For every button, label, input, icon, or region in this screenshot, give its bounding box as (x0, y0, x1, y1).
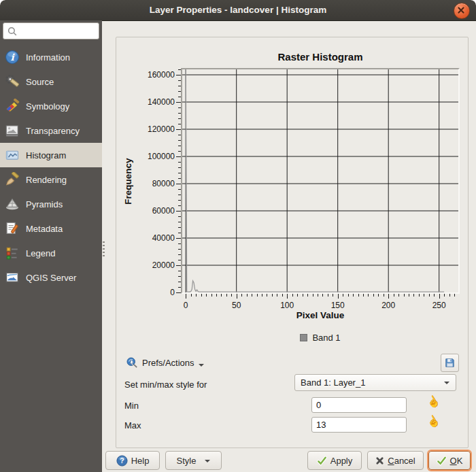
layer-properties-dialog: Layer Properties - landcover | Histogram… (0, 0, 476, 472)
titlebar[interactable]: Layer Properties - landcover | Histogram (0, 0, 476, 21)
chevron-down-icon (199, 364, 204, 367)
max-input[interactable] (311, 417, 407, 433)
band-select[interactable]: Band 1: Layer_1 (294, 374, 456, 391)
chevron-down-icon (444, 382, 449, 384)
help-button[interactable]: ? Help (105, 451, 160, 470)
save-histogram-button[interactable] (441, 354, 459, 372)
sidebar-nav: i Information Source (0, 45, 102, 290)
histogram-series (182, 69, 458, 292)
sidebar-item-source[interactable]: Source (0, 69, 102, 94)
histogram-plot[interactable] (181, 68, 460, 294)
pick-max-icon[interactable]: ☝ (424, 414, 441, 431)
style-button[interactable]: Style (165, 451, 222, 470)
close-button[interactable] (454, 3, 470, 19)
sidebar-item-metadata[interactable]: Metadata (0, 216, 102, 241)
sidebar: i Information Source (0, 20, 102, 472)
sidebar-item-histogram[interactable]: Histogram (0, 143, 102, 167)
y-axis-label: Frequency (123, 131, 133, 233)
svg-text:?: ? (120, 457, 124, 465)
sidebar-item-label: QGIS Server (26, 273, 76, 283)
sidebar-item-label: Rendering (26, 175, 67, 185)
min-input[interactable] (311, 397, 407, 413)
legend-icon (5, 246, 20, 260)
set-minmax-label: Set min/max style for (124, 380, 207, 390)
prefs-actions-label: Prefs/Actions (142, 358, 194, 368)
ok-button[interactable]: OK (428, 451, 471, 470)
legend-label-band1: Band 1 (312, 333, 340, 343)
cancel-button[interactable]: Cancel (367, 451, 424, 470)
histogram-panel: Raster Histogram Frequency 0200004000060… (116, 37, 469, 448)
help-icon: ? (116, 455, 128, 467)
cancel-label: Cancel (388, 456, 415, 466)
rendering-icon (5, 172, 20, 187)
sidebar-item-label: Source (26, 77, 54, 87)
pyramids-icon (5, 197, 20, 212)
metadata-icon (5, 221, 20, 236)
sidebar-item-qgis-server[interactable]: QGIS Server (0, 265, 102, 290)
sidebar-item-rendering[interactable]: Rendering (0, 167, 102, 192)
chevron-down-icon (205, 460, 210, 462)
sidebar-item-label: Information (26, 52, 70, 63)
style-label: Style (177, 456, 197, 466)
band-select-value: Band 1: Layer_1 (301, 377, 365, 388)
check-icon (437, 456, 447, 466)
sidebar-item-label: Metadata (26, 224, 63, 234)
search-box (3, 22, 99, 39)
sidebar-item-label: Transparency (26, 126, 80, 136)
sidebar-item-legend[interactable]: Legend (0, 241, 102, 265)
x-icon (375, 456, 384, 465)
min-label: Min (124, 401, 139, 411)
chart-legend: Band 1 (181, 333, 460, 343)
chart-title: Raster Histogram (181, 51, 460, 63)
help-label: Help (131, 456, 150, 466)
histogram-icon (5, 148, 20, 163)
splitter-handle[interactable] (103, 241, 105, 258)
information-icon: i (5, 50, 20, 65)
qgis-server-icon (5, 270, 20, 285)
search-icon (7, 26, 18, 37)
sidebar-item-label: Pyramids (26, 199, 63, 209)
sidebar-item-label: Histogram (26, 150, 66, 161)
sidebar-item-label: Legend (26, 248, 55, 258)
apply-label: Apply (330, 456, 353, 466)
sidebar-item-symbology[interactable]: Symbology (0, 94, 102, 118)
max-label: Max (124, 420, 141, 431)
check-icon (317, 456, 327, 466)
transparency-icon (5, 123, 20, 138)
pick-min-icon[interactable]: ☝ (424, 394, 441, 411)
window-title: Layer Properties - landcover | Histogram (0, 0, 476, 20)
sidebar-item-label: Symbology (26, 101, 69, 112)
legend-swatch-band1 (300, 334, 307, 341)
ok-label: OK (450, 456, 463, 466)
close-icon (454, 3, 468, 17)
prefs-actions-button[interactable]: Prefs/Actions (123, 354, 207, 371)
search-input[interactable] (20, 24, 99, 39)
save-icon (444, 357, 456, 369)
sidebar-item-pyramids[interactable]: Pyramids (0, 192, 102, 216)
prefs-actions-icon (126, 356, 138, 369)
source-icon (5, 74, 20, 89)
x-axis-label: Pixel Value (181, 310, 460, 320)
apply-button[interactable]: Apply (307, 451, 362, 470)
sidebar-item-transparency[interactable]: Transparency (0, 118, 102, 143)
sidebar-item-information[interactable]: i Information (0, 45, 102, 69)
symbology-icon (5, 99, 20, 114)
